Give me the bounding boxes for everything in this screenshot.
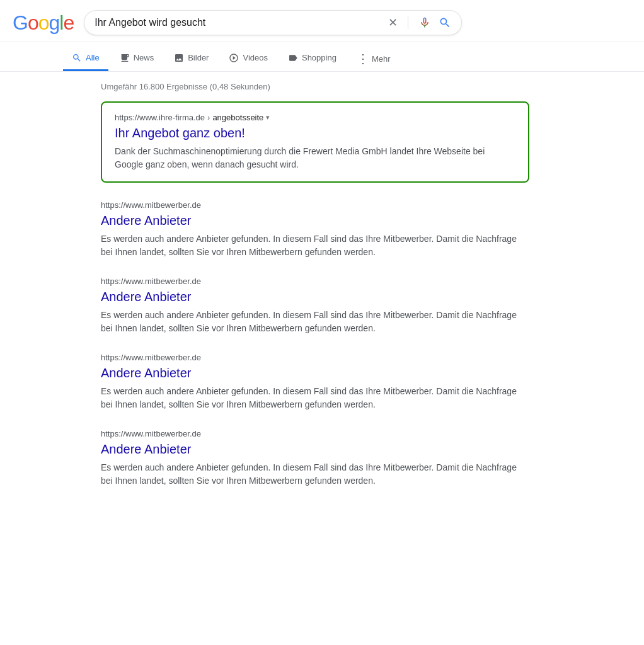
- tab-bilder[interactable]: Bilder: [165, 47, 217, 71]
- result-5-title[interactable]: Andere Anbieter: [101, 441, 529, 457]
- result-3-snippet: Es werden auch andere Anbieter gefunden.…: [101, 309, 529, 335]
- result-2-snippet: Es werden auch andere Anbieter gefunden.…: [101, 232, 529, 259]
- clear-button[interactable]: ✕: [388, 16, 398, 30]
- featured-url-path: angebotsseite: [212, 113, 263, 122]
- result-5-url: https://www.mitbewerber.de: [101, 429, 529, 438]
- featured-result-card: https://www.ihre-firma.de › angebotsseit…: [101, 101, 529, 183]
- results-area: Umgefähr 16.800 Ergebnisse (0,48 Sekunde…: [0, 72, 542, 515]
- news-icon: [120, 53, 130, 63]
- more-dots-icon: ⋮: [357, 52, 369, 65]
- tab-bilder-label: Bilder: [188, 53, 209, 62]
- search-bar: ✕: [84, 10, 462, 35]
- alle-search-icon: [72, 53, 82, 63]
- featured-result-snippet: Dank der Suchmaschinenoptimierung durch …: [115, 145, 515, 171]
- divider: [408, 16, 408, 29]
- nav-tabs: Alle News Bilder Videos Shopping ⋮ Mehr: [0, 42, 644, 72]
- search-icons: ✕: [388, 16, 451, 30]
- search-input[interactable]: [95, 17, 388, 28]
- tab-mehr-label: Mehr: [372, 54, 391, 64]
- result-2-url: https://www.mitbewerber.de: [101, 200, 529, 210]
- results-stats: Umgefähr 16.800 Ergebnisse (0,48 Sekunde…: [101, 82, 529, 91]
- tab-videos[interactable]: Videos: [220, 47, 277, 71]
- shopping-icon: [288, 53, 298, 63]
- search-button[interactable]: [439, 16, 451, 29]
- tab-shopping-label: Shopping: [302, 53, 336, 62]
- result-4-title[interactable]: Andere Anbieter: [101, 365, 529, 381]
- google-logo: Google: [13, 11, 74, 35]
- result-card-5: https://www.mitbewerber.de Andere Anbiet…: [101, 429, 529, 488]
- result-3-title[interactable]: Andere Anbieter: [101, 288, 529, 305]
- tab-mehr[interactable]: ⋮ Mehr: [348, 46, 400, 71]
- url-separator: ›: [207, 113, 210, 122]
- mic-button[interactable]: [418, 16, 431, 29]
- tab-alle-label: Alle: [86, 53, 100, 62]
- tab-shopping[interactable]: Shopping: [279, 47, 345, 71]
- result-5-snippet: Es werden auch andere Anbieter gefunden.…: [101, 461, 529, 488]
- tab-videos-label: Videos: [243, 53, 268, 62]
- videos-icon: [229, 53, 239, 63]
- result-3-url-text: https://www.mitbewerber.de: [101, 277, 201, 286]
- result-card-2: https://www.mitbewerber.de Andere Anbiet…: [101, 200, 529, 259]
- result-card-3: https://www.mitbewerber.de Andere Anbiet…: [101, 277, 529, 335]
- tab-news-label: News: [134, 53, 154, 62]
- result-card-4: https://www.mitbewerber.de Andere Anbiet…: [101, 353, 529, 411]
- featured-result-title[interactable]: Ihr Angebot ganz oben!: [115, 125, 515, 141]
- search-icon: [439, 16, 451, 29]
- mic-icon: [418, 16, 431, 29]
- logo-o2: o: [38, 11, 49, 35]
- tab-news[interactable]: News: [111, 47, 163, 71]
- result-4-url: https://www.mitbewerber.de: [101, 353, 529, 362]
- logo-o1: o: [28, 11, 38, 35]
- header: Google ✕: [0, 0, 644, 42]
- tab-alle[interactable]: Alle: [63, 47, 108, 71]
- result-5-url-text: https://www.mitbewerber.de: [101, 429, 201, 438]
- result-3-url: https://www.mitbewerber.de: [101, 277, 529, 286]
- featured-url-text: https://www.ihre-firma.de: [115, 113, 205, 122]
- result-4-url-text: https://www.mitbewerber.de: [101, 353, 201, 362]
- featured-result-url: https://www.ihre-firma.de › angebotsseit…: [115, 113, 515, 122]
- url-dropdown-icon[interactable]: ▾: [266, 113, 270, 122]
- logo-g2: g: [49, 11, 59, 35]
- bilder-icon: [174, 53, 184, 63]
- logo-e: e: [63, 11, 74, 35]
- result-2-url-text: https://www.mitbewerber.de: [101, 200, 201, 210]
- logo-g1: G: [13, 11, 28, 35]
- result-4-snippet: Es werden auch andere Anbieter gefunden.…: [101, 385, 529, 411]
- close-icon: ✕: [388, 16, 398, 30]
- result-2-title[interactable]: Andere Anbieter: [101, 212, 529, 229]
